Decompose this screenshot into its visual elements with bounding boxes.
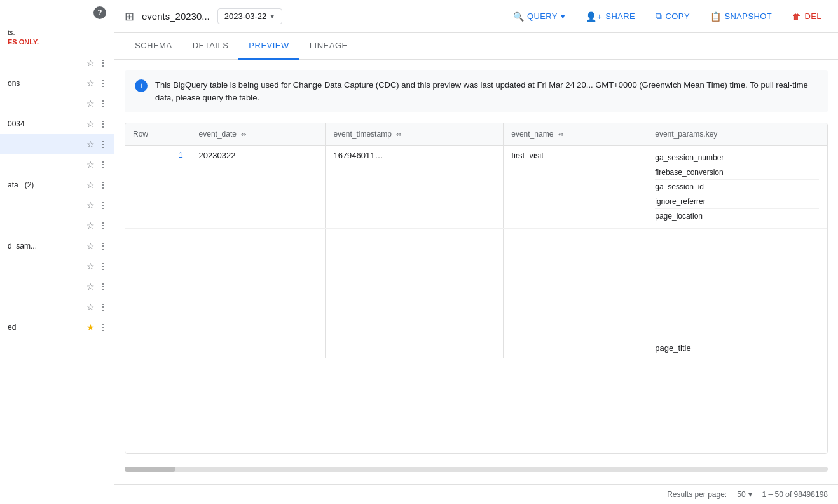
sidebar-item-item4[interactable]: 0034 ☆ ⋮ bbox=[0, 114, 114, 134]
sidebar-item-item1[interactable]: ☆ ⋮ bbox=[0, 53, 114, 73]
stacked-param-value: firebase_conversion bbox=[655, 165, 819, 180]
sidebar-item-item7[interactable]: ata_ (2) ☆ ⋮ bbox=[0, 175, 114, 195]
delete-button[interactable]: 🗑 DEL bbox=[786, 8, 828, 25]
more-icon-item4[interactable]: ⋮ bbox=[97, 118, 109, 130]
tab-preview[interactable]: PREVIEW bbox=[238, 33, 299, 60]
star-icon-item14[interactable]: ★ bbox=[85, 321, 96, 334]
horizontal-scrollbar[interactable] bbox=[125, 467, 828, 472]
sidebar-item-actions-item14: ★ ⋮ bbox=[85, 321, 109, 334]
results-label: Results per page: bbox=[667, 490, 727, 499]
star-icon-item13[interactable]: ☆ bbox=[85, 301, 96, 313]
star-icon-item7[interactable]: ☆ bbox=[85, 179, 96, 191]
footer: Results per page: 50 ▾ 1 – 50 of 9849819… bbox=[114, 484, 838, 504]
sidebar-item-item14[interactable]: ed ★ ⋮ bbox=[0, 317, 114, 337]
query-button[interactable]: 🔍 QUERY ▾ bbox=[507, 8, 572, 25]
more-icon-item2[interactable]: ⋮ bbox=[97, 77, 109, 90]
stacked-param-value: ga_session_id bbox=[655, 180, 819, 194]
sidebar-item-label-item4: 0034 bbox=[8, 119, 25, 128]
star-icon-item6[interactable]: ☆ bbox=[85, 158, 96, 171]
sidebar-item-left-item2: ons bbox=[8, 79, 85, 88]
cell-event-name: first_visit bbox=[504, 146, 647, 229]
sidebar-item-item10[interactable]: d_sam... ☆ ⋮ bbox=[0, 236, 114, 256]
scrollbar-thumb[interactable] bbox=[125, 467, 175, 472]
tabs: SCHEMADETAILSPREVIEWLINEAGE bbox=[114, 33, 838, 60]
snapshot-button[interactable]: 📋 SNAPSHOT bbox=[704, 8, 778, 25]
tab-lineage[interactable]: LINEAGE bbox=[299, 33, 358, 60]
sidebar-item-item12[interactable]: ☆ ⋮ bbox=[0, 276, 114, 297]
sidebar-item-item13[interactable]: ☆ ⋮ bbox=[0, 297, 114, 317]
sidebar-item-item11[interactable]: ☆ ⋮ bbox=[0, 256, 114, 276]
sidebar-item-actions-item8: ☆ ⋮ bbox=[85, 199, 109, 212]
main-area: ⊞ events_20230... 2023-03-22 ▼ 🔍 QUERY ▾… bbox=[114, 0, 838, 504]
more-icon-item13[interactable]: ⋮ bbox=[97, 301, 109, 313]
resize-icon-2[interactable]: ⇔ bbox=[396, 131, 401, 138]
more-icon-item5[interactable]: ⋮ bbox=[97, 138, 109, 151]
more-icon-item11[interactable]: ⋮ bbox=[97, 260, 109, 273]
more-icon-item10[interactable]: ⋮ bbox=[97, 240, 109, 252]
sidebar-item-actions-item6: ☆ ⋮ bbox=[85, 158, 109, 171]
more-icon-item6[interactable]: ⋮ bbox=[97, 158, 109, 171]
extra-cell-2 bbox=[326, 229, 504, 358]
stacked-param-value: ignore_referrer bbox=[655, 194, 819, 209]
more-icon-item12[interactable]: ⋮ bbox=[97, 280, 109, 293]
star-icon-item11[interactable]: ☆ bbox=[85, 260, 96, 273]
extra-cell-4: page_title bbox=[647, 229, 827, 358]
tab-schema[interactable]: SCHEMA bbox=[125, 33, 182, 60]
cell-event-timestamp: 167946011… bbox=[326, 146, 504, 229]
help-icon[interactable]: ? bbox=[93, 6, 106, 19]
info-banner: i This BigQuery table is being used for … bbox=[125, 70, 828, 112]
sidebar: ? ts. ES ONLY. ☆ ⋮ ons ☆ ⋮ bbox=[0, 0, 114, 504]
sidebar-item-actions-item4: ☆ ⋮ bbox=[85, 118, 109, 130]
table-title: events_20230... bbox=[142, 11, 210, 22]
info-icon: i bbox=[135, 79, 148, 92]
date-selector[interactable]: 2023-03-22 ▼ bbox=[217, 8, 282, 24]
sidebar-item-item6[interactable]: ☆ ⋮ bbox=[0, 154, 114, 175]
query-icon: 🔍 bbox=[513, 11, 524, 22]
star-icon-item5[interactable]: ☆ bbox=[85, 138, 96, 151]
sidebar-item-item5[interactable]: ☆ ⋮ bbox=[0, 134, 114, 154]
star-icon-item12[interactable]: ☆ bbox=[85, 280, 96, 293]
delete-icon: 🗑 bbox=[792, 11, 801, 22]
date-value: 2023-03-22 bbox=[224, 11, 267, 21]
more-icon-item1[interactable]: ⋮ bbox=[97, 57, 109, 69]
tab-details[interactable]: DETAILS bbox=[182, 33, 239, 60]
sidebar-top: ? bbox=[0, 0, 114, 25]
sidebar-item-actions-item11: ☆ ⋮ bbox=[85, 260, 109, 273]
more-icon-item8[interactable]: ⋮ bbox=[97, 199, 109, 212]
more-icon-item3[interactable]: ⋮ bbox=[97, 97, 109, 110]
data-table: Row event_date ⇔ event_timestamp ⇔ event… bbox=[125, 123, 827, 358]
col-event-timestamp: event_timestamp ⇔ bbox=[326, 123, 504, 146]
sidebar-item-left-item10: d_sam... bbox=[8, 242, 85, 250]
sidebar-item-actions-item12: ☆ ⋮ bbox=[85, 280, 109, 293]
stacked-param-value: ga_session_number bbox=[655, 151, 819, 165]
star-icon-item1[interactable]: ☆ bbox=[85, 57, 96, 69]
col-event-name: event_name ⇔ bbox=[504, 123, 647, 146]
star-icon-item2[interactable]: ☆ bbox=[85, 77, 96, 90]
resize-icon-1[interactable]: ⇔ bbox=[241, 131, 246, 138]
col-event-params-key: event_params.key bbox=[647, 123, 827, 146]
star-icon-item3[interactable]: ☆ bbox=[85, 97, 96, 110]
more-icon-item9[interactable]: ⋮ bbox=[97, 219, 109, 232]
page-size-chevron-icon: ▾ bbox=[748, 490, 752, 499]
resize-icon-3[interactable]: ⇔ bbox=[558, 131, 563, 138]
star-icon-item4[interactable]: ☆ bbox=[85, 118, 96, 130]
sidebar-item-item9[interactable]: ☆ ⋮ bbox=[0, 215, 114, 236]
sidebar-item-item8[interactable]: ☆ ⋮ bbox=[0, 195, 114, 215]
share-icon: 👤+ bbox=[586, 11, 602, 22]
sidebar-item-item2[interactable]: ons ☆ ⋮ bbox=[0, 73, 114, 93]
sidebar-item-actions-item3: ☆ ⋮ bbox=[85, 97, 109, 110]
table-header-row: Row event_date ⇔ event_timestamp ⇔ event… bbox=[125, 123, 827, 146]
star-icon-item9[interactable]: ☆ bbox=[85, 219, 96, 232]
page-size-value: 50 bbox=[737, 490, 745, 499]
sidebar-item-left-item7: ata_ (2) bbox=[8, 180, 85, 189]
sidebar-item-item3[interactable]: ☆ ⋮ bbox=[0, 93, 114, 114]
copy-button[interactable]: ⧉ COPY bbox=[649, 7, 696, 25]
copy-icon: ⧉ bbox=[656, 11, 662, 22]
table-row: 120230322167946011…first_visitga_session… bbox=[125, 146, 827, 229]
more-icon-item14[interactable]: ⋮ bbox=[97, 321, 109, 334]
more-icon-item7[interactable]: ⋮ bbox=[97, 179, 109, 191]
star-icon-item8[interactable]: ☆ bbox=[85, 199, 96, 212]
share-button[interactable]: 👤+ SHARE bbox=[579, 8, 642, 25]
star-icon-item10[interactable]: ☆ bbox=[85, 240, 96, 252]
page-size-selector[interactable]: 50 ▾ bbox=[737, 490, 752, 499]
